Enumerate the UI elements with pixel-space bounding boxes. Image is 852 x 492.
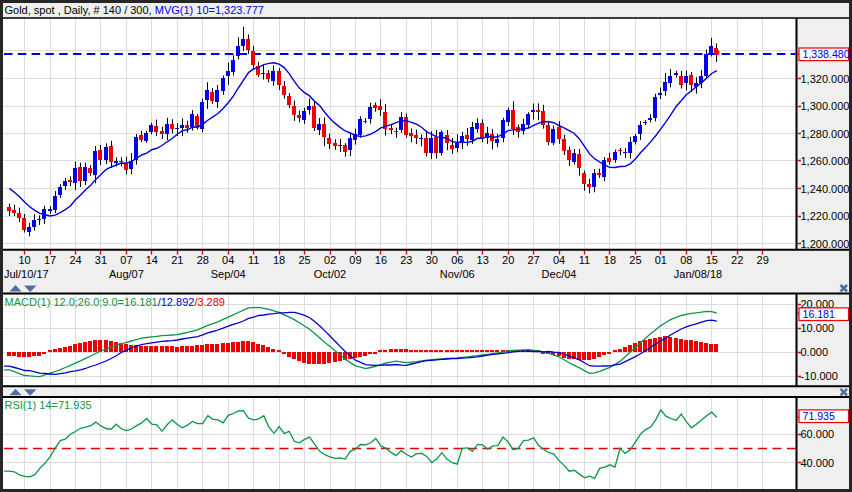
svg-text:24: 24 <box>69 254 81 266</box>
svg-text:11: 11 <box>579 254 590 266</box>
svg-text:02: 02 <box>324 254 336 266</box>
svg-text:11: 11 <box>248 254 259 266</box>
svg-text:16.181: 16.181 <box>803 308 836 320</box>
svg-text:Aug/07: Aug/07 <box>109 268 144 280</box>
svg-text:1,220.000: 1,220.000 <box>801 210 850 222</box>
svg-text:18: 18 <box>273 254 285 266</box>
svg-text:1,260.000: 1,260.000 <box>801 155 850 167</box>
svg-text:16: 16 <box>375 254 387 266</box>
svg-text:1,338.480: 1,338.480 <box>803 48 850 60</box>
svg-text:08: 08 <box>680 254 692 266</box>
svg-text:29: 29 <box>757 254 769 266</box>
svg-text:23: 23 <box>400 254 412 266</box>
svg-text:20: 20 <box>502 254 514 266</box>
svg-text:28: 28 <box>197 254 209 266</box>
svg-text:60.000: 60.000 <box>801 428 835 440</box>
svg-text:RSI(1) 14=71.935: RSI(1) 14=71.935 <box>5 399 92 411</box>
svg-text:1,280.000: 1,280.000 <box>801 128 850 140</box>
svg-text:1,240.000: 1,240.000 <box>801 183 850 195</box>
svg-text:Dec/04: Dec/04 <box>542 268 577 280</box>
svg-text:10.000: 10.000 <box>801 322 835 334</box>
svg-text:-10.000: -10.000 <box>801 370 838 382</box>
svg-text:06: 06 <box>451 254 463 266</box>
svg-text:30: 30 <box>426 254 438 266</box>
svg-text:40.000: 40.000 <box>801 457 835 469</box>
svg-text:09: 09 <box>349 254 361 266</box>
svg-text:Oct/02: Oct/02 <box>314 268 346 280</box>
svg-text:13: 13 <box>477 254 489 266</box>
svg-text:17: 17 <box>44 254 56 266</box>
svg-text:15: 15 <box>706 254 718 266</box>
svg-text:07: 07 <box>120 254 132 266</box>
svg-text:Sep/04: Sep/04 <box>211 268 246 280</box>
svg-text:1,320.000: 1,320.000 <box>801 73 850 85</box>
svg-text:1,200.000: 1,200.000 <box>801 238 850 250</box>
svg-text:Gold, spot , Daily, # 140 / 30: Gold, spot , Daily, # 140 / 300, MVG(1) … <box>5 4 264 16</box>
svg-text:04: 04 <box>222 254 234 266</box>
svg-text:Nov/06: Nov/06 <box>440 268 475 280</box>
svg-text:10: 10 <box>18 254 30 266</box>
svg-text:1,300.000: 1,300.000 <box>801 100 850 112</box>
svg-text:25: 25 <box>629 254 641 266</box>
svg-text:14: 14 <box>146 254 158 266</box>
svg-text:0.000: 0.000 <box>801 346 829 358</box>
svg-text:01: 01 <box>655 254 667 266</box>
svg-text:18: 18 <box>604 254 616 266</box>
svg-text:04: 04 <box>553 254 565 266</box>
svg-text:MACD(1) 12.0;26.0;9.0=16.181/1: MACD(1) 12.0;26.0;9.0=16.181/12.892/3.28… <box>5 296 225 308</box>
svg-text:25: 25 <box>298 254 310 266</box>
svg-text:31: 31 <box>95 254 107 266</box>
svg-text:71.935: 71.935 <box>803 410 836 422</box>
svg-text:Jan/08/18: Jan/08/18 <box>674 268 722 280</box>
svg-text:Jul/10/17: Jul/10/17 <box>4 268 49 280</box>
svg-text:27: 27 <box>527 254 539 266</box>
svg-text:21: 21 <box>171 254 183 266</box>
svg-text:22: 22 <box>731 254 743 266</box>
